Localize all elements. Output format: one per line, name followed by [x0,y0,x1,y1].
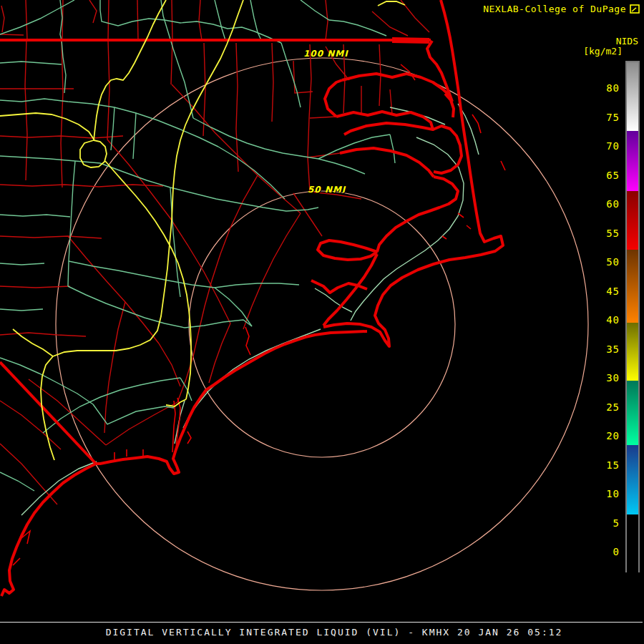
waterways-pale-green [21,104,479,515]
radar-map [0,0,644,644]
pamlico-neck [336,112,433,135]
colorbar-tick-35: 35 [591,343,620,356]
range-ring-label-50nmi: 50 NMI [308,185,346,195]
south-coast [1,331,367,596]
range-ring-100nmi [56,58,588,590]
colorbar-tick-60: 60 [591,197,620,210]
radar-display: 100 NMI 50 NMI NEXLAB-College of DuPage … [0,0,644,644]
dupage-logo-icon [630,4,640,14]
pungo-river [433,126,462,173]
mainland-shore [323,254,377,326]
albemarle-west-end [325,80,342,117]
title-divider [0,622,643,623]
neuse-river [318,240,377,260]
colorbar-segment-1 [627,131,638,191]
colorbar-tick-25: 25 [591,401,620,414]
roads-green [0,0,395,491]
colorbar-tick-75: 75 [591,111,620,124]
colorbar-labels: 80757065605550454035302520151050 [591,0,620,644]
coastline-detail-red [13,64,505,565]
raleigh-beltline [80,140,107,167]
colorbar-tick-80: 80 [591,82,620,94]
colorbar-tick-5: 5 [591,517,620,530]
range-ring-label-100nmi: 100 NMI [303,49,348,59]
colorbar-tick-30: 30 [591,371,620,384]
roanoke-island [445,94,454,117]
colorbar-segment-7 [627,514,638,574]
pamlico-south-bank [340,148,434,177]
colorbar [625,61,640,572]
colorbar-segment-3 [627,250,638,323]
nc-sc-border [0,362,96,464]
colorbar-tick-0: 0 [591,545,620,558]
highway-i95 [41,0,243,460]
va-nc-border-end [392,40,429,41]
colorbar-segment-4 [627,323,638,381]
albemarle-north-shore [342,74,449,95]
colorbar-tick-20: 20 [591,429,620,442]
colorbar-tick-40: 40 [591,313,620,326]
coastline-red [1,0,503,596]
colorbar-tick-55: 55 [591,227,620,240]
pamlico-sound-west-shore [377,177,458,252]
colorbar-tick-70: 70 [591,140,620,152]
colorbar-tick-50: 50 [591,255,620,268]
colorbar-segment-5 [627,381,638,445]
colorbar-tick-45: 45 [591,285,620,298]
colorbar-segment-2 [627,191,638,250]
colorbar-segment-0 [627,62,638,131]
colorbar-tick-10: 10 [591,487,620,500]
colorbar-tick-65: 65 [591,169,620,182]
state-borders-red [0,40,431,464]
colorbar-tick-15: 15 [591,459,620,472]
product-title: DIGITAL VERTICALLY INTEGRATED LIQUID (VI… [0,627,644,638]
colorbar-segment-6 [627,445,638,514]
highway-north-coast [378,1,405,6]
